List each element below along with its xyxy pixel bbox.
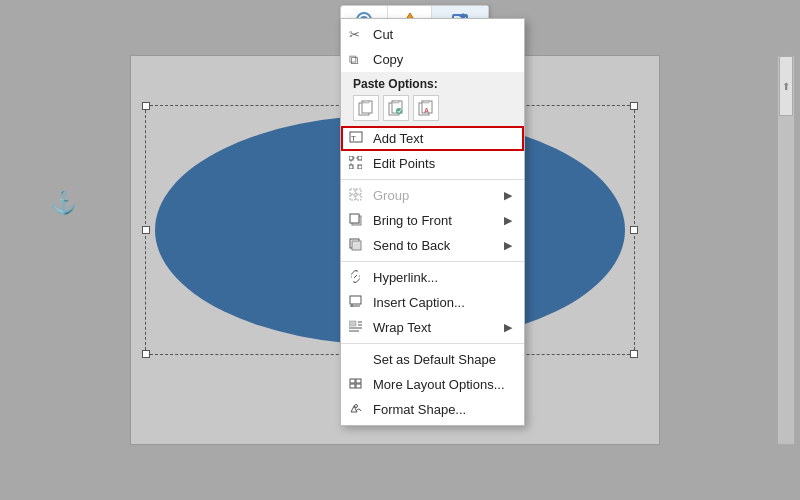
menu-insert-caption[interactable]: Insert Caption... <box>341 290 524 315</box>
context-menu: ✂ Cut ⧉ Copy Paste Options: <box>340 18 525 426</box>
bring-to-front-arrow: ▶ <box>504 214 512 227</box>
svg-rect-35 <box>349 321 356 326</box>
paste-icons-row: A <box>353 95 512 121</box>
canvas-area: ⚓ ⬆ Style <box>0 0 800 500</box>
svg-rect-9 <box>393 100 399 103</box>
svg-point-44 <box>355 404 358 407</box>
paste-icon-3[interactable]: A <box>413 95 439 121</box>
svg-rect-23 <box>350 189 355 194</box>
menu-cut[interactable]: ✂ Cut <box>341 22 524 47</box>
svg-rect-20 <box>358 165 362 169</box>
menu-more-layout-options[interactable]: More Layout Options... <box>341 372 524 397</box>
copy-icon: ⧉ <box>349 52 358 68</box>
send-to-back-arrow: ▶ <box>504 239 512 252</box>
menu-separator-1 <box>341 179 524 180</box>
scrollbar[interactable]: ⬆ <box>777 55 795 445</box>
handle-top-right[interactable] <box>630 102 638 110</box>
menu-hyperlink[interactable]: Hyperlink... <box>341 265 524 290</box>
scrollbar-thumb[interactable]: ⬆ <box>779 56 793 116</box>
format-shape-icon <box>349 402 362 418</box>
svg-rect-41 <box>356 379 361 383</box>
handle-top-left[interactable] <box>142 102 150 110</box>
svg-rect-30 <box>352 241 361 250</box>
svg-text:T: T <box>351 134 356 143</box>
svg-rect-32 <box>350 296 361 304</box>
insert-caption-icon <box>349 295 362 311</box>
menu-separator-3 <box>341 343 524 344</box>
handle-middle-right[interactable] <box>630 226 638 234</box>
menu-group[interactable]: Group ▶ <box>341 183 524 208</box>
svg-rect-6 <box>363 100 369 103</box>
hyperlink-icon <box>349 270 362 286</box>
svg-rect-18 <box>358 156 362 160</box>
svg-rect-40 <box>350 379 355 383</box>
cut-icon: ✂ <box>349 27 360 42</box>
paste-icon-2[interactable] <box>383 95 409 121</box>
group-icon <box>349 188 362 204</box>
paste-icon-1[interactable] <box>353 95 379 121</box>
svg-rect-42 <box>350 384 355 388</box>
svg-text:A: A <box>424 107 429 114</box>
menu-set-default-shape[interactable]: Set as Default Shape <box>341 347 524 372</box>
add-text-icon: T <box>349 130 363 147</box>
edit-points-icon <box>349 156 362 172</box>
menu-add-text[interactable]: T Add Text <box>341 126 524 151</box>
menu-send-to-back[interactable]: Send to Back ▶ <box>341 233 524 258</box>
paste-options-label: Paste Options: <box>353 77 512 91</box>
svg-rect-43 <box>356 384 361 388</box>
svg-rect-19 <box>349 165 353 169</box>
wrap-text-icon <box>349 320 362 336</box>
anchor-icon: ⚓ <box>50 190 77 216</box>
menu-wrap-text[interactable]: Wrap Text ▶ <box>341 315 524 340</box>
svg-line-31 <box>354 275 357 278</box>
handle-middle-left[interactable] <box>142 226 150 234</box>
menu-bring-to-front[interactable]: Bring to Front ▶ <box>341 208 524 233</box>
svg-rect-25 <box>350 195 355 200</box>
send-to-back-icon <box>349 238 362 254</box>
paste-options-section: Paste Options: <box>341 72 524 126</box>
svg-rect-17 <box>349 156 353 160</box>
wrap-text-arrow: ▶ <box>504 321 512 334</box>
menu-copy[interactable]: ⧉ Copy <box>341 47 524 72</box>
group-arrow: ▶ <box>504 189 512 202</box>
more-layout-icon <box>349 377 362 393</box>
menu-separator-2 <box>341 261 524 262</box>
bring-to-front-icon <box>349 213 362 229</box>
menu-edit-points[interactable]: Edit Points <box>341 151 524 176</box>
handle-bottom-right[interactable] <box>630 350 638 358</box>
svg-rect-26 <box>356 195 361 200</box>
svg-rect-13 <box>423 100 429 103</box>
svg-rect-24 <box>356 189 361 194</box>
svg-rect-28 <box>350 214 359 223</box>
menu-format-shape[interactable]: Format Shape... <box>341 397 524 422</box>
handle-bottom-left[interactable] <box>142 350 150 358</box>
